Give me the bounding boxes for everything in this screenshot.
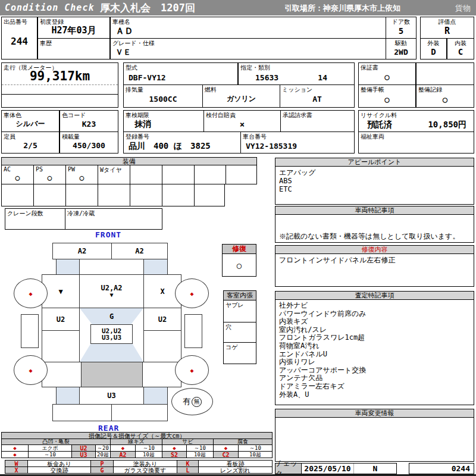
legend-code: S2: [171, 452, 178, 458]
legend-code-g: G: [90, 466, 114, 474]
equipment-cell-empty: [1, 184, 34, 206]
windshield-panel: G: [80, 308, 143, 325]
equipment-value: ○: [2, 165, 33, 184]
repair-flag-title: 修復: [232, 244, 246, 254]
legend-text: ～10: [194, 446, 206, 451]
equipment-cell-ps: PS ○: [33, 165, 66, 184]
lot-number-value: 244: [2, 17, 37, 59]
diamond-marker-icon: ◆: [121, 446, 124, 451]
diamond-marker-icon: ◆: [224, 446, 227, 451]
legend-group-label: 凸凹・亀裂: [43, 439, 70, 444]
doors-value: 5: [386, 17, 416, 38]
chassis-number-value: VY12-185319: [241, 132, 354, 153]
transmission-cell: ミッション AT: [280, 84, 355, 108]
legend-text: 20超: [97, 452, 109, 458]
presence-no-selected: 無: [192, 397, 202, 407]
first-registration-cell: 初度登録 H27年03月: [37, 17, 110, 39]
legend-title: 損傷記号＆損傷サイズ（～最大cm）: [89, 433, 186, 439]
diamond-marker-icon: ◆: [190, 290, 193, 297]
load-capacity-value: 450/300: [60, 132, 118, 153]
legend-rust-code2: S2: [162, 451, 187, 458]
legend-desc-g: ガラス交換要す: [113, 466, 177, 474]
legend-scratch-size2: 10超: [135, 451, 162, 458]
approval-cell: 承認請求書: [280, 110, 355, 132]
fuel-value: ガソリン: [203, 85, 280, 107]
equipment-cell-empty: [162, 184, 195, 206]
fuel-cell: 燃料 ガソリン: [202, 84, 280, 108]
legend-text: ～20: [97, 446, 109, 451]
appeal-line: ABS: [279, 177, 470, 185]
damage-code: U3: [107, 392, 115, 399]
damage-code: U2,A2: [101, 284, 122, 292]
front-bumper-left-panel: A2: [52, 243, 112, 259]
sheet-number-value: 0244: [452, 464, 470, 473]
exterior-grade-cell: 外装 D: [420, 38, 447, 60]
damage-code: U3,U3: [102, 334, 121, 341]
assessment-line: 外装A、U: [279, 391, 470, 399]
registration-number-cell: 登録番号 品川 400 ほ 3825: [123, 131, 241, 154]
equipment-cell-ac: AC ○: [1, 165, 34, 184]
front-corner-right-panel: [143, 259, 168, 275]
assessment-notes-title: 査定特記事項: [355, 291, 394, 300]
rear-bumper-right-panel: [111, 404, 168, 421]
color-code-value: K23: [60, 111, 118, 131]
grade-value: ＶＥ: [111, 39, 386, 59]
class-sub-value: 14: [318, 73, 327, 82]
equipment-cell-empty: [33, 184, 66, 206]
doors-cell: ドア数 5: [386, 17, 416, 39]
assessment-notes-body: 社外ナビ パワーウインドウ前席のみ 内装キズ 室内汚れ/スレ フロントガラスワレ…: [275, 299, 474, 405]
body-color-cell: 車体色 シルバー: [1, 110, 60, 132]
grade-cell: グレード・仕様 ＶＥ: [110, 38, 386, 60]
repair-flag-header: 修復: [222, 244, 256, 254]
damage-code: U2,U2: [102, 328, 121, 334]
legend-code: P: [100, 461, 104, 466]
rear-left-wheel: ◆: [14, 355, 48, 385]
legend-dent-code2: U3: [71, 451, 96, 458]
divider: [2, 94, 118, 95]
reefer-cell: 冷凍/冷蔵: [65, 208, 162, 230]
appeal-line: ETC: [279, 185, 470, 193]
equipment-header: 装備: [1, 157, 257, 165]
damage-code: U2: [57, 316, 65, 323]
equipment-value: ○: [66, 165, 98, 184]
vehicle-notes-header: 車両特記事項: [275, 206, 474, 215]
vehicle-category: 貨物: [455, 3, 471, 14]
burn-label: コゲ: [226, 343, 237, 352]
assessment-line: 社外ナビ: [279, 302, 470, 310]
cabin-lining-title: 客室内張: [227, 291, 253, 300]
rear-window-panel: [80, 344, 143, 362]
presence-yes-label: 有: [183, 396, 190, 407]
assessment-line: 荷物室A汚れ: [279, 342, 470, 350]
legend-text: エクボ: [42, 446, 58, 451]
lot-number-cell: 出品番号 244: [1, 17, 37, 60]
damage-symbol: ▼: [58, 288, 62, 295]
assessment-line: 内張りワレ: [279, 358, 470, 367]
check-label-cell: チェック: [275, 463, 302, 474]
equipment-cell-empty: [194, 184, 225, 206]
mileage-value: 99,317km: [2, 69, 118, 83]
recycle-status-value: 預託済: [367, 120, 392, 130]
doc-empty-cell: [416, 62, 474, 85]
recycle-fee-value: 10,850円: [428, 120, 466, 130]
legend-scratch-code2: A2: [110, 451, 136, 458]
model-name-value: ＡＤ: [111, 17, 386, 38]
legend-text: ガラス交換要す: [124, 468, 167, 473]
mileage-cell: 走行（現メーター） 99,317km: [1, 62, 118, 108]
front-right-wheel: ◆: [175, 278, 209, 308]
legend-corrosion-code2: C2: [213, 451, 239, 458]
recycle-fee-cell: リサイクル料 預託済 10,850円: [358, 110, 474, 132]
warranty-cell: 保証書 ○: [358, 62, 416, 85]
vehicle-notes-title: 車両特記事項: [355, 206, 394, 215]
diamond-marker-icon: ◆: [173, 446, 176, 451]
interior-grade-value: C: [447, 39, 474, 59]
front-left-wheel: ◆: [14, 278, 48, 308]
legend-text: 塗装あり: [133, 461, 157, 466]
score-value: R: [421, 17, 474, 38]
score-cell: 評価点 R: [420, 17, 474, 39]
change-info-body: [275, 417, 474, 462]
capacity-value: 2/5: [2, 132, 59, 153]
top-header-bar: Condition Check 厚木入札会 1207回 引取場所：神奈川県厚木市…: [0, 0, 476, 15]
model-code-value: DBF-VY12: [124, 63, 237, 84]
legend-dent-mark2: ◆: [1, 451, 29, 458]
assessment-line: パワーウインドウ前席のみ: [279, 310, 470, 318]
